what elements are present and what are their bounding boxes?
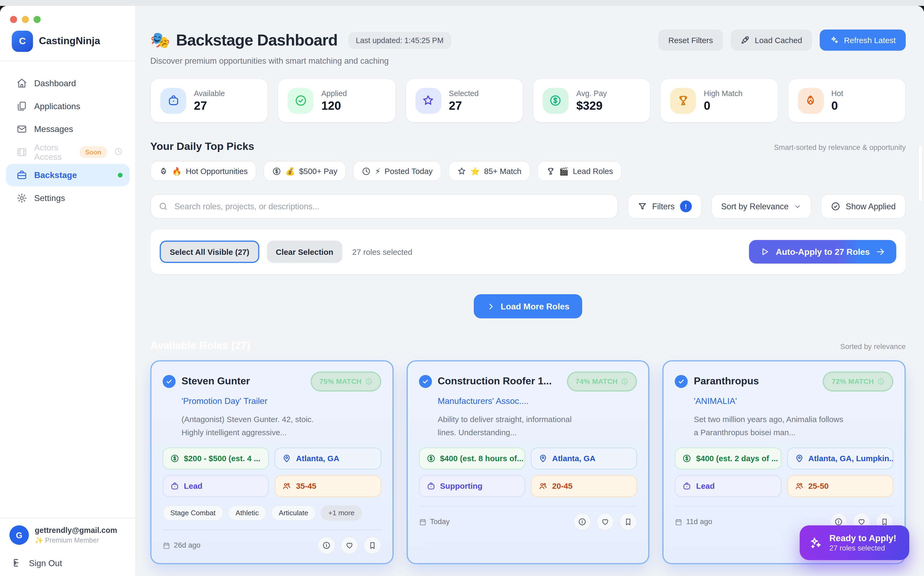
page-title: Backstage Dashboard <box>176 31 338 49</box>
location-chip: Atlanta, GA <box>531 448 637 469</box>
window-controls <box>0 6 136 23</box>
project-name[interactable]: 'ANIMALIA' <box>694 396 893 405</box>
stat-label: Available <box>194 89 225 98</box>
skill-tag: Articulate <box>271 506 316 521</box>
role-card[interactable]: Steven Gunter 75% MATCH 'Promotion Day' … <box>150 360 394 565</box>
close-window-button[interactable] <box>10 16 17 23</box>
info-icon <box>835 518 843 526</box>
load-more-roles-button[interactable]: Load More Roles <box>474 294 582 318</box>
app-name: CastingNinja <box>39 35 100 47</box>
more-tags-badge[interactable]: +1 more <box>321 506 362 521</box>
available-roles-title: Available Roles (27) <box>150 340 250 352</box>
load-cached-button[interactable]: Load Cached <box>731 29 812 51</box>
selected-check-icon[interactable] <box>163 375 176 388</box>
stat-value: $329 <box>576 99 607 112</box>
quick-filter-chips: 🔥 Hot Opportunities 💰 $500+ Pay ⚡ Posted… <box>150 161 906 181</box>
posted-date-label: Today <box>430 518 449 526</box>
stat-card-applied: Applied120 <box>278 78 396 123</box>
info-button[interactable] <box>318 537 335 554</box>
sidebar-item-actors-access[interactable]: Actors Access Soon <box>6 141 130 163</box>
reset-filters-button[interactable]: Reset Filters <box>658 29 723 51</box>
clock-icon <box>362 166 371 175</box>
theater-masks-icon: 🎭 <box>150 31 170 50</box>
active-status-dot <box>118 173 123 178</box>
briefcase-icon <box>426 482 435 491</box>
sidebar-item-settings[interactable]: Settings <box>6 187 130 209</box>
last-updated-badge: Last updated: 1:45:25 PM <box>348 32 451 49</box>
avatar: G <box>10 525 29 545</box>
select-all-visible-button[interactable]: Select All Visible (27) <box>160 241 259 263</box>
role-description: Set two million years ago, Animalia foll… <box>694 413 848 439</box>
sort-select[interactable]: Sort by Relevance <box>711 194 811 219</box>
info-icon <box>578 518 587 526</box>
stat-label: Hot <box>831 89 843 98</box>
load-more-label: Load More Roles <box>501 302 569 311</box>
sidebar-item-dashboard[interactable]: Dashboard <box>6 72 130 94</box>
star-icon <box>415 88 441 114</box>
funnel-icon <box>637 202 647 211</box>
sidebar-item-backstage[interactable]: Backstage <box>6 164 130 186</box>
app-logo: C <box>12 31 33 52</box>
favorite-button[interactable] <box>597 513 614 531</box>
chip-label: Posted Today <box>385 166 433 175</box>
bookmark-icon <box>624 518 632 526</box>
membership-label: ✨ Premium Member <box>35 536 117 544</box>
film-icon <box>17 147 27 157</box>
bookmark-button[interactable] <box>619 513 637 531</box>
chip-label: Hot Opportunities <box>186 166 247 175</box>
briefcase-icon <box>160 88 186 114</box>
project-name[interactable]: Manufacturers' Assoc.... <box>438 396 637 405</box>
info-icon[interactable] <box>365 378 372 385</box>
dollar-circle-icon <box>543 88 569 114</box>
ready-to-apply-toast[interactable]: Ready to Apply! 27 roles selected <box>800 525 909 560</box>
stat-value: 27 <box>194 99 225 112</box>
stat-card-high-match: High Match0 <box>660 78 778 123</box>
selected-check-icon[interactable] <box>675 375 688 388</box>
sidebar-item-applications[interactable]: Applications <box>6 95 130 117</box>
age-range-chip: 25-50 <box>787 475 893 497</box>
filter-chip-posted-today[interactable]: ⚡ Posted Today <box>353 161 442 181</box>
selected-check-icon[interactable] <box>419 375 431 388</box>
filter-chip-lead-roles[interactable]: 🎬 Lead Roles <box>538 161 622 181</box>
clear-selection-button[interactable]: Clear Selection <box>267 241 342 263</box>
briefcase-icon <box>683 482 691 491</box>
info-icon[interactable] <box>878 378 884 385</box>
filter-chip-85-match[interactable]: ⭐ 85+ Match <box>448 161 530 181</box>
show-applied-button[interactable]: Show Applied <box>821 194 906 219</box>
dollar-circle-icon <box>426 454 435 463</box>
role-card[interactable]: Construction Roofer 1... 74% MATCH Manuf… <box>406 360 650 565</box>
info-icon[interactable] <box>621 378 628 385</box>
sparkles-icon <box>809 536 822 549</box>
filter-chip-hot-opportunities[interactable]: 🔥 Hot Opportunities <box>150 161 257 181</box>
user-profile[interactable]: G gettrendly@gmail.com ✨ Premium Member <box>10 525 126 545</box>
role-type-value: Supporting <box>440 482 483 491</box>
sign-out-button[interactable]: Sign Out <box>10 558 126 568</box>
check-circle-icon <box>288 88 314 114</box>
calendar-icon <box>419 518 426 526</box>
minimize-window-button[interactable] <box>22 16 29 23</box>
bookmark-button[interactable] <box>363 537 381 554</box>
match-badge: 74% MATCH <box>567 371 637 392</box>
search-input[interactable] <box>150 194 618 219</box>
sparkles-icon <box>830 35 839 45</box>
map-pin-icon <box>795 454 804 463</box>
project-name[interactable]: 'Promotion Day' Trailer <box>181 396 381 405</box>
stat-value: 0 <box>704 99 743 112</box>
chip-label: $500+ Pay <box>299 166 337 175</box>
info-button[interactable] <box>574 513 591 531</box>
clock-icon <box>114 147 123 157</box>
stat-card-selected: Selected27 <box>405 78 523 123</box>
sidebar-item-label: Settings <box>34 194 123 203</box>
filters-button[interactable]: Filters ! <box>627 194 702 219</box>
filter-chip-500-pay[interactable]: 💰 $500+ Pay <box>263 161 346 181</box>
auto-apply-button[interactable]: Auto-Apply to 27 Roles <box>749 240 897 264</box>
bookmark-icon <box>368 541 377 550</box>
chevron-down-icon <box>794 203 802 210</box>
sidebar-item-messages[interactable]: Messages <box>6 118 130 141</box>
scrollbar-thumb[interactable] <box>919 146 922 202</box>
home-icon <box>17 78 27 89</box>
zoom-window-button[interactable] <box>34 16 41 23</box>
favorite-button[interactable] <box>340 537 358 554</box>
age-range-chip: 35-45 <box>275 475 381 497</box>
refresh-latest-button[interactable]: Refresh Latest <box>820 29 906 51</box>
